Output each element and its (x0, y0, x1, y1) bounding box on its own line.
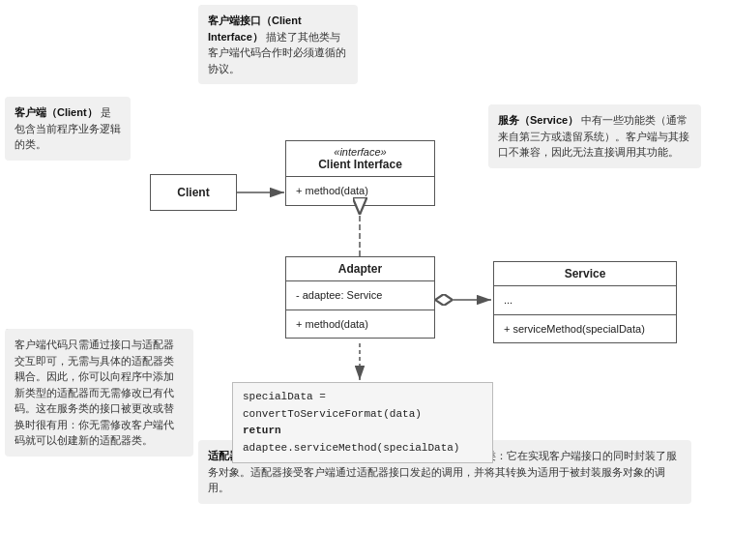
adapter-methods: + method(data) (286, 310, 434, 339)
uml-adapter: Adapter - adaptee: Service + method(data… (285, 256, 435, 339)
service-methods: + serviceMethod(specialData) (494, 315, 676, 343)
diagram-container: 1 2 3 4 5 客户端（Client） 是包含当前程序业务逻辑的类。 客户端… (0, 0, 732, 560)
code-snippet: specialData = convertToServiceFormat(dat… (232, 382, 493, 463)
uml-client-interface: «interface» Client Interface + method(da… (285, 140, 435, 206)
code-line-1: specialData = convertToServiceFormat(dat… (243, 389, 483, 423)
client-interface-name: Client Interface (318, 158, 402, 171)
code-keyword: return (243, 425, 281, 436)
client-interface-method-1: + method(data) (296, 182, 425, 200)
uml-client: Client (150, 174, 237, 211)
client-name: Client (151, 175, 236, 210)
service-field-1: ... (504, 291, 666, 309)
service-method-1: + serviceMethod(specialData) (504, 320, 666, 339)
ann5-body: 客户端代码只需通过接口与适配器交互即可，无需与具体的适配器类耦合。因此，你可以向… (15, 339, 174, 446)
annotation-service: 服务（Service） 中有一些功能类（通常来自第三方或遗留系统）。客户端与其接… (488, 104, 701, 168)
annotation-client-code: 客户端代码只需通过接口与适配器交互即可，无需与具体的适配器类耦合。因此，你可以向… (5, 329, 193, 457)
ann1-title: 客户端（Client） (15, 106, 98, 118)
service-name: Service (494, 262, 676, 286)
code-line-2-rest: adaptee.serviceMethod(specialData) (243, 442, 459, 454)
uml-service: Service ... + serviceMethod(specialData) (493, 261, 677, 343)
adapter-method-1: + method(data) (296, 315, 425, 334)
adapter-name: Adapter (286, 257, 434, 281)
client-interface-header: «interface» Client Interface (286, 141, 434, 177)
service-fields: ... (494, 286, 676, 315)
client-interface-methods: + method(data) (286, 177, 434, 205)
adapter-field-1: - adaptee: Service (296, 286, 425, 305)
annotation-client-interface: 客户端接口（Client Interface） 描述了其他类与客户端代码合作时必… (198, 5, 358, 84)
client-interface-stereotype: «interface» (296, 146, 425, 158)
annotation-client: 客户端（Client） 是包含当前程序业务逻辑的类。 (5, 97, 131, 161)
ann3-title: 服务（Service） (498, 114, 578, 126)
code-line-2: return adaptee.serviceMethod(specialData… (243, 423, 483, 457)
adapter-fields: - adaptee: Service (286, 281, 434, 310)
